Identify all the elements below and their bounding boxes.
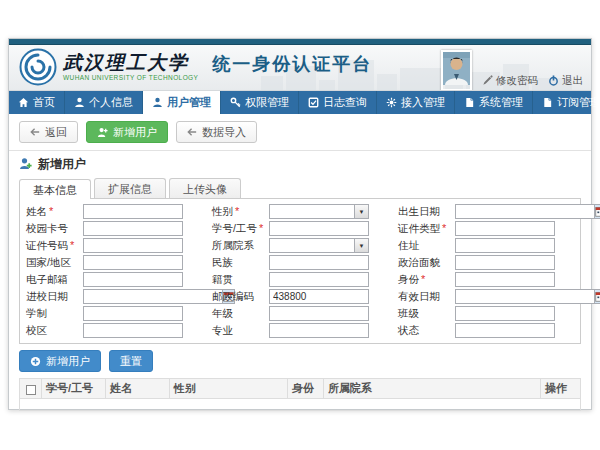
- masthead-right: 修改密码 退出: [441, 50, 583, 91]
- plus-circle-icon: [30, 356, 41, 367]
- new-user-form: 姓名*性别*▼出生日期校园卡号学号/工号*证件类型*证件号码*所属院系▼住址国家…: [19, 198, 581, 344]
- field-label: 政治面貌: [398, 256, 455, 270]
- tab-upload-avatar[interactable]: 上传头像: [169, 178, 241, 198]
- brand: 武汉理工大学 WUHAN UNIVERSITY OF TECHNOLOGY 统一…: [19, 48, 372, 86]
- form-field: 专业: [212, 322, 388, 339]
- back-button[interactable]: 返回: [19, 121, 78, 143]
- address-input[interactable]: [455, 238, 555, 253]
- main-nav: 首页个人信息用户管理权限管理日志查询接入管理系统管理订阅管理: [9, 91, 591, 114]
- back-arrow-icon: [30, 127, 40, 137]
- field-label: 籍贯: [212, 273, 269, 287]
- field-label: 学号/工号*: [212, 222, 269, 236]
- grade-input[interactable]: [269, 306, 369, 321]
- form-field: 国家/地区: [26, 254, 202, 271]
- nav-item-users[interactable]: 用户管理: [143, 91, 221, 114]
- required-asterisk: *: [49, 205, 53, 217]
- nav-item-label: 首页: [33, 95, 55, 110]
- field-label: 校区: [26, 324, 83, 338]
- enroll-date-input[interactable]: [83, 289, 222, 304]
- nav-item-subscription[interactable]: 订阅管理: [533, 91, 600, 114]
- field-label: 校园卡号: [26, 222, 83, 236]
- select-all-checkbox[interactable]: [26, 385, 36, 395]
- email-input[interactable]: [83, 272, 183, 287]
- submit-add-user-label: 新增用户: [46, 354, 90, 369]
- schooling-input[interactable]: [83, 306, 183, 321]
- nav-item-access[interactable]: 接入管理: [377, 91, 455, 114]
- nav-item-label: 权限管理: [245, 95, 289, 110]
- form-field: 政治面貌: [398, 254, 574, 271]
- nav-item-label: 接入管理: [401, 95, 445, 110]
- identity-input[interactable]: [455, 272, 555, 287]
- selected-value: [270, 239, 354, 252]
- power-icon: [548, 75, 559, 88]
- add-user-button[interactable]: 新增用户: [86, 121, 168, 143]
- form-field: 班级: [398, 305, 574, 322]
- document-icon: [542, 97, 553, 108]
- field-label: 住址: [398, 239, 455, 253]
- form-field: 有效日期: [398, 288, 574, 305]
- field-label: 出生日期: [398, 205, 455, 219]
- ethnicity-input[interactable]: [269, 255, 369, 270]
- back-button-label: 返回: [45, 125, 67, 140]
- masthead: 武汉理工大学 WUHAN UNIVERSITY OF TECHNOLOGY 统一…: [9, 45, 591, 91]
- id-number-input[interactable]: [83, 238, 183, 253]
- data-import-button-label: 数据导入: [202, 125, 246, 140]
- political-status-input[interactable]: [455, 255, 555, 270]
- major-input[interactable]: [269, 323, 369, 338]
- logout-link[interactable]: 退出: [548, 74, 583, 88]
- form-field: 校区: [26, 322, 202, 339]
- campus-input[interactable]: [83, 323, 183, 338]
- nav-item-label: 个人信息: [89, 95, 133, 110]
- department-select[interactable]: ▼: [269, 238, 369, 253]
- reset-button-label: 重置: [120, 354, 142, 369]
- field-label: 所属院系: [212, 239, 269, 253]
- nav-item-label: 系统管理: [479, 95, 523, 110]
- nav-item-label: 用户管理: [167, 95, 211, 110]
- user-icon: [74, 97, 85, 108]
- gear-icon: [386, 97, 397, 108]
- gender-select[interactable]: ▼: [269, 204, 369, 219]
- calendar-button[interactable]: [594, 289, 600, 304]
- date-field-wrapper: [455, 204, 555, 219]
- form-field: 电子邮箱: [26, 271, 202, 288]
- student-id-input[interactable]: [269, 221, 369, 236]
- nav-item-system[interactable]: 系统管理: [455, 91, 533, 114]
- tab-extended-info[interactable]: 扩展信息: [94, 178, 166, 198]
- table-header: 性别: [170, 379, 288, 399]
- document-icon: [464, 97, 475, 108]
- form-field: 籍贯: [212, 271, 388, 288]
- data-import-button[interactable]: 数据导入: [176, 121, 257, 143]
- date-field-wrapper: [83, 289, 183, 304]
- id-type-input[interactable]: [455, 221, 555, 236]
- nav-item-permissions[interactable]: 权限管理: [221, 91, 299, 114]
- tab-basic-info[interactable]: 基本信息: [19, 179, 91, 199]
- reset-button[interactable]: 重置: [109, 350, 153, 372]
- new-user-section-icon: [19, 157, 32, 173]
- calendar-button[interactable]: [594, 204, 600, 219]
- class-input[interactable]: [455, 306, 555, 321]
- postal-code-input[interactable]: [269, 289, 369, 304]
- required-asterisk: *: [70, 239, 74, 251]
- pencil-icon: [482, 75, 493, 88]
- campus-card-input[interactable]: [83, 221, 183, 236]
- nav-item-logs[interactable]: 日志查询: [299, 91, 377, 114]
- table-header: 所属院系: [324, 379, 541, 399]
- status-input[interactable]: [455, 323, 555, 338]
- field-label: 进校日期: [26, 290, 83, 304]
- form-field: 证件类型*: [398, 220, 574, 237]
- form-actions: 新增用户 重置: [9, 344, 591, 378]
- name-input[interactable]: [83, 204, 183, 219]
- change-password-link[interactable]: 修改密码: [482, 74, 538, 88]
- submit-add-user-button[interactable]: 新增用户: [19, 350, 101, 372]
- native-place-input[interactable]: [269, 272, 369, 287]
- field-label: 身份*: [398, 273, 455, 287]
- page: 武汉理工大学 WUHAN UNIVERSITY OF TECHNOLOGY 统一…: [0, 0, 600, 450]
- valid-date-input[interactable]: [455, 289, 594, 304]
- birth-date-input[interactable]: [455, 204, 594, 219]
- field-label: 班级: [398, 307, 455, 321]
- dropdown-arrow-icon: ▼: [354, 239, 368, 252]
- field-label: 学制: [26, 307, 83, 321]
- country-input[interactable]: [83, 255, 183, 270]
- nav-item-profile[interactable]: 个人信息: [65, 91, 143, 114]
- nav-item-home[interactable]: 首页: [9, 91, 65, 114]
